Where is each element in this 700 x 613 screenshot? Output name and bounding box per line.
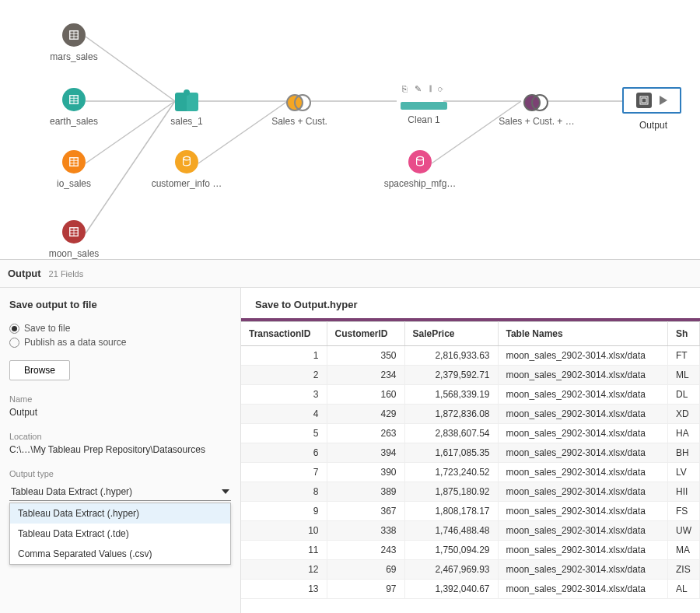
location-value[interactable]: C:\…\My Tableau Prep Repository\Datasour… [9, 444, 231, 455]
browse-button[interactable]: Browse [9, 360, 70, 380]
cell-transactionid: 3 [241, 385, 327, 405]
node-label: Output [622, 120, 684, 131]
table-row[interactable]: 73901,723,240.52moon_sales_2902-3014.xls… [241, 463, 700, 482]
cell-sh: FS [668, 502, 700, 521]
node-label: earth_sales [35, 116, 113, 127]
output-type-label: Output type [9, 469, 231, 478]
cell-tablenames: moon_sales_2902-3014.xlsx/data [498, 521, 668, 541]
col-sh[interactable]: Sh [668, 322, 700, 346]
col-transactionid[interactable]: TransactionID [241, 322, 327, 346]
clean-bar-icon [401, 102, 447, 110]
cell-sh: HII [668, 482, 700, 502]
table-row[interactable]: 112431,750,094.29moon_sales_2902-3014.xl… [241, 541, 700, 560]
table-row[interactable]: 22342,379,592.71moon_sales_2902-3014.xls… [241, 366, 700, 385]
node-label: Sales + Cust. [261, 116, 338, 127]
radio-icon [9, 324, 19, 334]
node-mars-sales[interactable]: mars_sales [35, 23, 113, 62]
cell-saleprice: 1,723,240.52 [404, 463, 498, 482]
table-row[interactable]: 12692,467,969.93moon_sales_2902-3014.xls… [241, 560, 700, 580]
cell-transactionid: 5 [241, 424, 327, 443]
table-row[interactable]: 103381,746,488.48moon_sales_2902-3014.xl… [241, 521, 700, 541]
cell-sh: ML [668, 366, 700, 385]
node-customer-info[interactable]: customer_info … [148, 150, 226, 189]
radio-save-to-file[interactable]: Save to file [9, 323, 231, 334]
cell-tablenames: moon_sales_2902-3014.xlsx/data [498, 502, 668, 521]
table-row[interactable]: 31601,568,339.19moon_sales_2902-3014.xls… [241, 385, 700, 405]
cell-customerid: 367 [327, 502, 404, 521]
cell-sh: XD [668, 405, 700, 424]
cell-transactionid: 4 [241, 405, 327, 424]
radio-publish[interactable]: Publish as a data source [9, 337, 231, 348]
node-label: io_sales [35, 178, 113, 189]
dropdown-option[interactable]: Comma Separated Values (.csv) [10, 544, 230, 564]
panel-header: Output 21 Fields [0, 259, 700, 287]
output-settings-pane: Save output to file Save to file Publish… [0, 288, 241, 613]
output-preview-pane: Save to Output.hyper TransactionID Custo… [241, 288, 700, 613]
node-label: Sales + Cust. + … [498, 116, 576, 127]
cell-sh: LV [668, 463, 700, 482]
chevron-down-icon [222, 489, 229, 494]
cell-saleprice: 1,568,339.19 [404, 385, 498, 405]
cell-saleprice: 2,467,969.93 [404, 560, 498, 580]
table-row[interactable]: 93671,808,178.17moon_sales_2902-3014.xls… [241, 502, 700, 521]
cell-saleprice: 1,750,094.29 [404, 541, 498, 560]
svg-rect-29 [642, 98, 646, 103]
node-sales-cust[interactable]: Sales + Cust. [261, 91, 338, 127]
node-label: spaceship_mfg… [381, 178, 459, 189]
table-row[interactable]: 13971,392,040.67moon_sales_2902-3014.xls… [241, 580, 700, 599]
cell-saleprice: 2,838,607.54 [404, 424, 498, 443]
table-row[interactable]: 13502,816,933.63moon_sales_2902-3014.xls… [241, 346, 700, 366]
node-output[interactable]: Output [622, 87, 684, 131]
cell-tablenames: moon_sales_2902-3014.xlsx/data [498, 385, 668, 405]
cell-transactionid: 11 [241, 541, 327, 560]
node-spaceship-mfg[interactable]: spaceship_mfg… [381, 150, 459, 189]
node-earth-sales[interactable]: earth_sales [35, 88, 113, 127]
output-type-select[interactable]: Tableau Data Extract (.hyper) [9, 483, 231, 501]
cell-sh: UW [668, 521, 700, 541]
cell-transactionid: 1 [241, 346, 327, 366]
cell-transactionid: 8 [241, 482, 327, 502]
node-moon-sales[interactable]: moon_sales [35, 220, 113, 259]
cell-tablenames: moon_sales_2902-3014.xlsx/data [498, 424, 668, 443]
node-sales-1[interactable]: sales_1 [148, 90, 226, 127]
cell-transactionid: 6 [241, 443, 327, 463]
cell-customerid: 389 [327, 482, 404, 502]
cell-tablenames: moon_sales_2902-3014.xlsx/data [498, 560, 668, 580]
output-type-dropdown: Tableau Data Extract (.hyper) Tableau Da… [9, 503, 231, 565]
node-clean-1[interactable]: ⎘ ✎ 𝄂 ⟳ Clean 1 [381, 84, 467, 125]
node-io-sales[interactable]: io_sales [35, 150, 113, 189]
cell-tablenames: moon_sales_2902-3014.xlsx/data [498, 463, 668, 482]
cell-sh: FT [668, 346, 700, 366]
cell-customerid: 263 [327, 424, 404, 443]
cell-saleprice: 2,816,933.63 [404, 346, 498, 366]
cell-tablenames: moon_sales_2902-3014.xlsx/data [498, 443, 668, 463]
table-row[interactable]: 63941,617,085.35moon_sales_2902-3014.xls… [241, 443, 700, 463]
table-row[interactable]: 83891,875,180.92moon_sales_2902-3014.xls… [241, 482, 700, 502]
radio-icon [9, 338, 19, 348]
table-row[interactable]: 44291,872,836.08moon_sales_2902-3014.xls… [241, 405, 700, 424]
cell-saleprice: 2,379,592.71 [404, 366, 498, 385]
name-value[interactable]: Output [9, 407, 231, 418]
cell-saleprice: 1,617,085.35 [404, 443, 498, 463]
col-customerid[interactable]: CustomerID [327, 322, 404, 346]
cell-customerid: 338 [327, 521, 404, 541]
node-label: sales_1 [148, 116, 226, 127]
cell-saleprice: 1,875,180.92 [404, 482, 498, 502]
cell-saleprice: 1,392,040.67 [404, 580, 498, 599]
cell-customerid: 234 [327, 366, 404, 385]
flow-canvas[interactable]: mars_sales earth_sales io_sales moon_sal… [0, 0, 700, 259]
table-row[interactable]: 52632,838,607.54moon_sales_2902-3014.xls… [241, 424, 700, 443]
dropdown-option[interactable]: Tableau Data Extract (.hyper) [10, 503, 230, 524]
radio-label: Publish as a data source [24, 337, 126, 348]
col-saleprice[interactable]: SalePrice [404, 322, 498, 346]
node-label: mars_sales [35, 51, 113, 62]
cell-sh: HA [668, 424, 700, 443]
node-sales-cust-plus[interactable]: Sales + Cust. + … [498, 91, 576, 127]
cell-customerid: 97 [327, 580, 404, 599]
name-label: Name [9, 394, 231, 404]
dropdown-option[interactable]: Tableau Data Extract (.tde) [10, 524, 230, 544]
cell-tablenames: moon_sales_2902-3014.xlsx/data [498, 580, 668, 599]
run-icon[interactable] [660, 96, 667, 105]
cell-sh: AL [668, 580, 700, 599]
col-tablenames[interactable]: Table Names [498, 322, 668, 346]
